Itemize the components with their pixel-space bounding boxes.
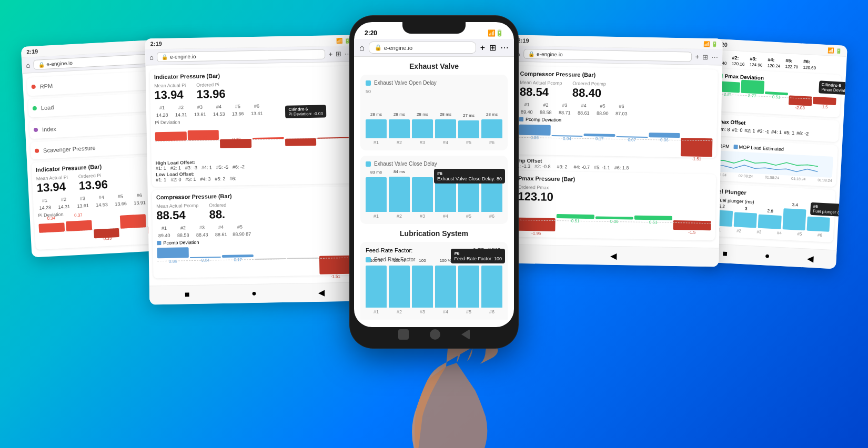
fr-fuel-plunger-card: Fuel Plunger Fuel plunger (ms) 3.2 3 2.8… <box>705 184 836 243</box>
right-pcomp-chart: 0.86 0.04 0.17 0.07 0.36 <box>519 124 713 154</box>
lc-deviation-chart: 0.34 0.37 -0.33 <box>155 123 349 155</box>
feed-rate-tooltip: #6 Feed-Rate Factor: 100 <box>451 249 505 263</box>
fr-fuel-tooltip: #6 Fuel plunger (ms): 2.9 <box>810 202 847 218</box>
exhaust-open-delay-card: Exhaust Valve Open Delay 50 28 ms 28 ms <box>360 75 508 150</box>
left-center-card: 2:19 📶🔋 ⌂ 🔒 e-engine.io +⊞⋯ Indicator Pr… <box>145 35 360 305</box>
dev-bar-2 <box>66 220 92 231</box>
lube-system-title: Lubrication System <box>360 229 508 238</box>
fr-pmax-bars: 2.21 2.77 0.51 -2.03 -1.5 <box>716 80 837 113</box>
left-home-icon: ⌂ <box>26 61 31 69</box>
index-dot <box>34 127 38 131</box>
lc-pi-tooltip: Cilindro 6 Pi Deviation: -0.03 <box>285 105 326 118</box>
right-card: 2:19 📶🔋 ⌂ 🔒 e-engine.io +⊞⋯ Compressor P… <box>508 35 723 267</box>
right-pmax-deviation-chart: -1.95 0.51 0.36 0.51 -1.5 <box>517 207 711 236</box>
phone-outer: 2:20 📶🔋 ⌂ 🔒 e-engine.io + ⊞ ⋯ Exhaust Va… <box>350 16 518 348</box>
right-compressor-card: Compressor Pressure (Bar) Mean Actual Pc… <box>514 66 718 158</box>
phone-screen: 2:20 📶🔋 ⌂ 🔒 e-engine.io + ⊞ ⋯ Exhaust Va… <box>354 22 514 327</box>
scavenger-label: Scavenger Pressure <box>43 141 160 154</box>
exhaust-valve-title: Exhaust Valve <box>360 62 508 70</box>
dev-bar-4 <box>120 214 146 229</box>
feed-rate-bars: 100 % 100 % 100 100 % 100 % <box>366 266 502 308</box>
left-mean-pi-block: Mean Actual Pi 13.94 <box>36 175 69 195</box>
phone-back-btn[interactable] <box>461 329 470 340</box>
load-dot <box>33 106 37 110</box>
phone-browser-bar: ⌂ 🔒 e-engine.io + ⊞ ⋯ <box>354 39 514 57</box>
rpm-dot <box>32 84 36 88</box>
right-pmax-card: Pmax Pressure (Bar) Ordered Pmax 123.10 … <box>513 171 716 241</box>
scavenger-dot <box>35 148 39 152</box>
exhaust-close-delay-card: Exhaust Valve Close Delay 83 ms 84 ms <box>360 156 508 224</box>
fr-content: #1: #2: #3: #4: #5: #6: 124.40 120.16 12… <box>700 49 847 250</box>
fr-rpm-mop-card: RPM MOP Load Estimated 02:18:24 02:38:24… <box>708 139 838 187</box>
lc-pcomp-chart: 0.86 0.04 0.17 -1.51 <box>157 245 351 274</box>
lc-bottom-nav: ■●◀ <box>149 282 360 304</box>
right-bottom-nav: ◀ <box>508 244 719 267</box>
fr-pmax-offset-card: Pmax Offset Com: 8 #1: 0 #2: 1 #3: -1 #4… <box>710 114 840 142</box>
lc-indicator-pressure: Indicator Pressure (Bar) Mean Actual Pi … <box>150 66 354 187</box>
phone-url-box: 🔒 e-engine.io <box>369 42 476 54</box>
lc-time: 2:19 <box>150 40 162 47</box>
exhaust-open-bars: 28 ms 28 ms 28 ms 28 ms 27 ms <box>366 96 502 138</box>
phone-bottom-bar <box>354 327 514 342</box>
fr-pmax-tooltip: Cilindro 6 Pmax Deviation: -1.5 <box>819 80 847 95</box>
phone-home-btn[interactable] <box>398 329 409 340</box>
right-content: Compressor Pressure (Bar) Mean Actual Pc… <box>509 62 722 248</box>
phone-container: 2:20 📶🔋 ⌂ 🔒 e-engine.io + ⊞ ⋯ Exhaust Va… <box>350 16 518 348</box>
left-ordered-pi-block: Ordered Pi 13.96 <box>78 172 108 193</box>
index-label: Index <box>42 120 160 133</box>
lube-card: Feed-Rate Factor: 0.75g/KWh Feed-Rate Fa… <box>360 242 508 320</box>
exhaust-close-bars: 83 ms 84 ms #6 Exhaust Valve Close Delay… <box>366 170 502 212</box>
phone-notch <box>402 22 466 34</box>
lc-comp-title: Compressor Pressure (Bar) <box>156 191 350 200</box>
dev-bar-1 <box>38 222 65 233</box>
fr-pmax-dev-card: Pmax Deviation 2.21 2.77 0.51 <box>711 68 842 118</box>
close-delay-tooltip: #6 Exhaust Valve Close Delay: 80 <box>434 169 505 184</box>
lc-compressor-card: Compressor Pressure (Bar) Mean Actual Pc… <box>152 187 356 279</box>
phone-circle-btn[interactable] <box>430 329 440 340</box>
lc-content: Indicator Pressure (Bar) Mean Actual Pi … <box>146 62 360 286</box>
lc-ip-title: Indicator Pressure (Bar) <box>154 70 348 80</box>
phone-main-content: Exhaust Valve Exhaust Valve Open Delay 5… <box>354 57 514 320</box>
left-time: 2:19 <box>26 48 38 55</box>
